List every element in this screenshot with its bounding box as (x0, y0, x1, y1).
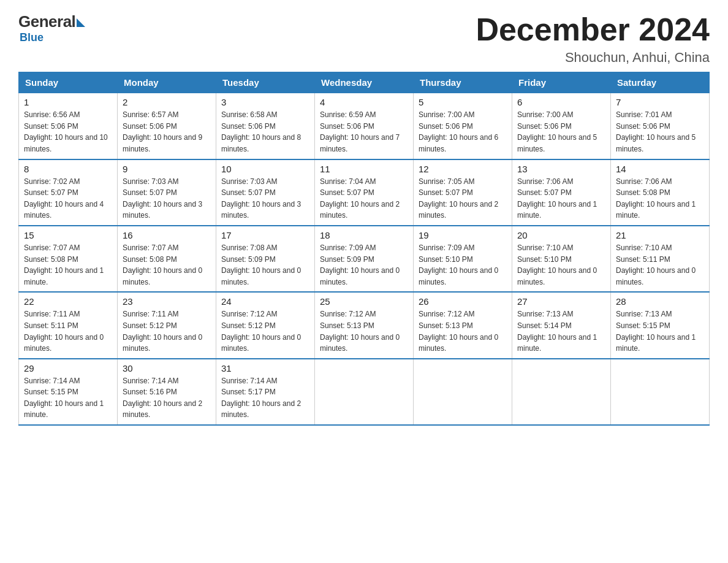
calendar-table: SundayMondayTuesdayWednesdayThursdayFrid… (18, 72, 710, 426)
day-number: 30 (123, 363, 211, 373)
day-info: Sunrise: 7:06 AM Sunset: 5:08 PM Dayligh… (616, 176, 704, 221)
calendar-week-row: 22 Sunrise: 7:11 AM Sunset: 5:11 PM Dayl… (19, 292, 710, 358)
header-friday: Friday (512, 72, 611, 93)
day-number: 16 (123, 230, 211, 240)
calendar-cell: 11 Sunrise: 7:04 AM Sunset: 5:07 PM Dayl… (315, 159, 414, 226)
calendar-cell: 19 Sunrise: 7:09 AM Sunset: 5:10 PM Dayl… (414, 226, 512, 292)
day-info: Sunrise: 7:14 AM Sunset: 5:15 PM Dayligh… (24, 375, 112, 421)
calendar-cell: 16 Sunrise: 7:07 AM Sunset: 5:08 PM Dayl… (118, 226, 216, 292)
calendar-cell: 25 Sunrise: 7:12 AM Sunset: 5:13 PM Dayl… (315, 292, 414, 358)
calendar-cell: 2 Sunrise: 6:57 AM Sunset: 5:06 PM Dayli… (118, 93, 216, 159)
calendar-cell: 4 Sunrise: 6:59 AM Sunset: 5:06 PM Dayli… (315, 93, 414, 159)
day-info: Sunrise: 7:13 AM Sunset: 5:14 PM Dayligh… (517, 308, 605, 354)
day-number: 21 (616, 230, 704, 240)
calendar-week-row: 29 Sunrise: 7:14 AM Sunset: 5:15 PM Dayl… (19, 359, 710, 425)
day-number: 3 (221, 97, 309, 107)
day-info: Sunrise: 7:13 AM Sunset: 5:15 PM Dayligh… (616, 308, 704, 354)
calendar-cell: 26 Sunrise: 7:12 AM Sunset: 5:13 PM Dayl… (414, 292, 512, 358)
calendar-header-row: SundayMondayTuesdayWednesdayThursdayFrid… (19, 72, 710, 93)
day-number: 29 (24, 363, 112, 373)
calendar-cell: 10 Sunrise: 7:03 AM Sunset: 5:07 PM Dayl… (216, 159, 315, 226)
day-number: 25 (320, 296, 408, 307)
day-number: 1 (24, 97, 112, 107)
day-number: 6 (517, 97, 605, 107)
day-info: Sunrise: 7:11 AM Sunset: 5:11 PM Dayligh… (24, 308, 112, 354)
header-tuesday: Tuesday (216, 72, 315, 93)
day-number: 10 (221, 164, 309, 174)
day-number: 28 (616, 296, 704, 307)
day-info: Sunrise: 7:09 AM Sunset: 5:09 PM Dayligh… (320, 242, 408, 288)
day-info: Sunrise: 7:03 AM Sunset: 5:07 PM Dayligh… (123, 176, 211, 221)
calendar-cell: 1 Sunrise: 6:56 AM Sunset: 5:06 PM Dayli… (19, 93, 118, 159)
day-info: Sunrise: 7:00 AM Sunset: 5:06 PM Dayligh… (419, 109, 507, 155)
calendar-cell: 7 Sunrise: 7:01 AM Sunset: 5:06 PM Dayli… (611, 93, 710, 159)
calendar-cell: 20 Sunrise: 7:10 AM Sunset: 5:10 PM Dayl… (512, 226, 611, 292)
calendar-cell: 12 Sunrise: 7:05 AM Sunset: 5:07 PM Dayl… (414, 159, 512, 226)
calendar-cell (611, 359, 710, 425)
title-section: December 2024 Shouchun, Anhui, China (476, 12, 710, 66)
day-info: Sunrise: 7:14 AM Sunset: 5:16 PM Dayligh… (123, 375, 211, 421)
day-info: Sunrise: 7:06 AM Sunset: 5:07 PM Dayligh… (517, 176, 605, 221)
logo-triangle-icon (77, 18, 85, 27)
calendar-cell: 31 Sunrise: 7:14 AM Sunset: 5:17 PM Dayl… (216, 359, 315, 425)
day-info: Sunrise: 7:01 AM Sunset: 5:06 PM Dayligh… (616, 109, 704, 155)
calendar-cell: 29 Sunrise: 7:14 AM Sunset: 5:15 PM Dayl… (19, 359, 118, 425)
calendar-cell: 5 Sunrise: 7:00 AM Sunset: 5:06 PM Dayli… (414, 93, 512, 159)
day-number: 17 (221, 230, 309, 240)
calendar-week-row: 15 Sunrise: 7:07 AM Sunset: 5:08 PM Dayl… (19, 226, 710, 292)
logo: General Blue (18, 12, 85, 44)
day-info: Sunrise: 7:07 AM Sunset: 5:08 PM Dayligh… (123, 242, 211, 288)
day-info: Sunrise: 7:12 AM Sunset: 5:13 PM Dayligh… (419, 308, 507, 354)
day-number: 31 (221, 363, 309, 373)
day-info: Sunrise: 6:58 AM Sunset: 5:06 PM Dayligh… (221, 109, 309, 155)
calendar-cell (512, 359, 611, 425)
day-number: 12 (419, 164, 507, 174)
calendar-cell: 18 Sunrise: 7:09 AM Sunset: 5:09 PM Dayl… (315, 226, 414, 292)
month-title: December 2024 (476, 12, 710, 47)
calendar-cell (414, 359, 512, 425)
calendar-cell: 30 Sunrise: 7:14 AM Sunset: 5:16 PM Dayl… (118, 359, 216, 425)
calendar-cell: 28 Sunrise: 7:13 AM Sunset: 5:15 PM Dayl… (611, 292, 710, 358)
calendar-cell: 3 Sunrise: 6:58 AM Sunset: 5:06 PM Dayli… (216, 93, 315, 159)
header-sunday: Sunday (19, 72, 118, 93)
day-number: 5 (419, 97, 507, 107)
day-number: 22 (24, 296, 112, 307)
day-number: 24 (221, 296, 309, 307)
day-number: 26 (419, 296, 507, 307)
day-info: Sunrise: 7:00 AM Sunset: 5:06 PM Dayligh… (517, 109, 605, 155)
day-info: Sunrise: 7:12 AM Sunset: 5:13 PM Dayligh… (320, 308, 408, 354)
day-info: Sunrise: 7:09 AM Sunset: 5:10 PM Dayligh… (419, 242, 507, 288)
day-info: Sunrise: 7:08 AM Sunset: 5:09 PM Dayligh… (221, 242, 309, 288)
calendar-cell: 21 Sunrise: 7:10 AM Sunset: 5:11 PM Dayl… (611, 226, 710, 292)
day-info: Sunrise: 7:11 AM Sunset: 5:12 PM Dayligh… (123, 308, 211, 354)
page-header: General Blue December 2024 Shouchun, Anh… (18, 12, 710, 66)
day-number: 7 (616, 97, 704, 107)
day-info: Sunrise: 7:07 AM Sunset: 5:08 PM Dayligh… (24, 242, 112, 288)
day-info: Sunrise: 6:57 AM Sunset: 5:06 PM Dayligh… (123, 109, 211, 155)
day-info: Sunrise: 7:10 AM Sunset: 5:10 PM Dayligh… (517, 242, 605, 288)
calendar-cell: 9 Sunrise: 7:03 AM Sunset: 5:07 PM Dayli… (118, 159, 216, 226)
day-info: Sunrise: 7:14 AM Sunset: 5:17 PM Dayligh… (221, 375, 309, 421)
calendar-cell: 27 Sunrise: 7:13 AM Sunset: 5:14 PM Dayl… (512, 292, 611, 358)
logo-blue-text: Blue (20, 31, 44, 44)
calendar-cell: 15 Sunrise: 7:07 AM Sunset: 5:08 PM Dayl… (19, 226, 118, 292)
day-number: 9 (123, 164, 211, 174)
day-number: 8 (24, 164, 112, 174)
day-number: 23 (123, 296, 211, 307)
day-info: Sunrise: 6:56 AM Sunset: 5:06 PM Dayligh… (24, 109, 112, 155)
day-info: Sunrise: 7:02 AM Sunset: 5:07 PM Dayligh… (24, 176, 112, 221)
day-info: Sunrise: 7:04 AM Sunset: 5:07 PM Dayligh… (320, 176, 408, 221)
header-thursday: Thursday (414, 72, 512, 93)
day-number: 13 (517, 164, 605, 174)
header-wednesday: Wednesday (315, 72, 414, 93)
day-info: Sunrise: 7:12 AM Sunset: 5:12 PM Dayligh… (221, 308, 309, 354)
day-number: 4 (320, 97, 408, 107)
calendar-week-row: 8 Sunrise: 7:02 AM Sunset: 5:07 PM Dayli… (19, 159, 710, 226)
day-info: Sunrise: 7:05 AM Sunset: 5:07 PM Dayligh… (419, 176, 507, 221)
calendar-cell: 24 Sunrise: 7:12 AM Sunset: 5:12 PM Dayl… (216, 292, 315, 358)
day-info: Sunrise: 6:59 AM Sunset: 5:06 PM Dayligh… (320, 109, 408, 155)
calendar-week-row: 1 Sunrise: 6:56 AM Sunset: 5:06 PM Dayli… (19, 93, 710, 159)
calendar-cell: 8 Sunrise: 7:02 AM Sunset: 5:07 PM Dayli… (19, 159, 118, 226)
calendar-cell: 17 Sunrise: 7:08 AM Sunset: 5:09 PM Dayl… (216, 226, 315, 292)
logo-general-text: General (18, 12, 75, 31)
